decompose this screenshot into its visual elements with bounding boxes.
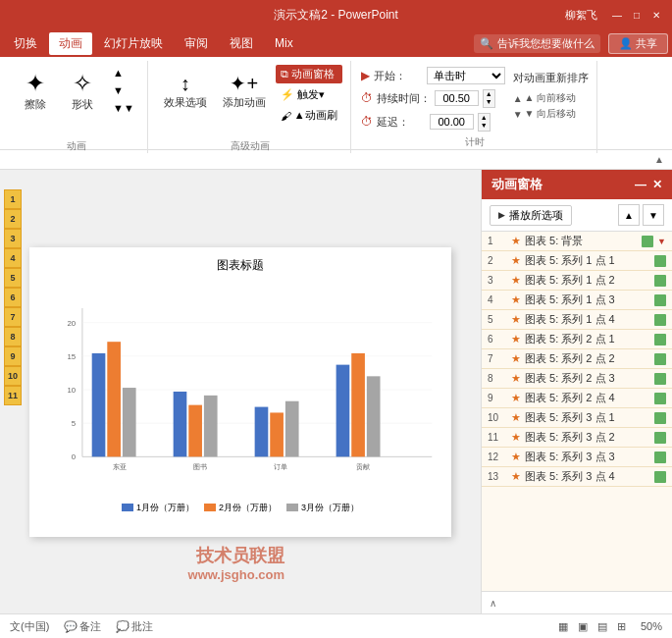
anim-panel-footer: ∧ [482,591,672,613]
expand-footer-button[interactable]: ∧ [490,598,496,609]
anim-item-num: 6 [488,334,507,345]
row-2[interactable]: 2 [4,209,22,229]
anim-item[interactable]: 8 ★ 图表 5: 系列 2 点 3 [482,369,672,389]
svg-text:20: 20 [67,318,76,327]
close-button[interactable]: ✕ [648,7,664,23]
svg-rect-24 [351,352,365,455]
duration-down[interactable]: ▼ [484,98,494,106]
comments-button[interactable]: 💭 批注 [116,619,153,634]
ribbon-collapse-button[interactable]: ▲ [654,154,664,165]
anim-item-label: 图表 5: 系列 2 点 2 [525,351,650,366]
anim-item-num: 3 [488,275,507,286]
row-3[interactable]: 3 [4,229,22,248]
row-1[interactable]: 1 [4,189,22,209]
anim-close-button[interactable]: ✕ [652,178,662,191]
duration-up[interactable]: ▲ [484,90,494,98]
share-button[interactable]: 👤 共享 [608,33,668,54]
scroll-up-button[interactable]: ▲ [108,65,139,80]
anim-item-num: 7 [488,353,507,364]
row-7[interactable]: 7 [4,307,22,327]
legend-label-1: 1月份（万册） [136,502,194,514]
delay-input[interactable] [430,114,474,130]
anim-item-indicator [654,334,666,346]
anim-item[interactable]: 7 ★ 图表 5: 系列 2 点 2 [482,349,672,369]
row-6[interactable]: 6 [4,288,22,307]
shape-button[interactable]: ✧ 形状 [61,61,104,122]
menu-item-shenyue[interactable]: 审阅 [175,32,218,55]
anim-play-bar: ▶ 播放所选项 ▲ ▼ [482,199,672,232]
effect-options-button[interactable]: ↕ 效果选项 [158,61,213,122]
view-slide-icon[interactable]: ▣ [578,620,588,633]
add-animation-button[interactable]: ✦+ 添加动画 [217,61,272,122]
anim-item-star-icon: ★ [511,313,521,326]
anim-item-label: 图表 5: 背景 [525,234,638,248]
effect-icon: ↕ [181,74,190,93]
start-select[interactable]: 单击时 [427,67,505,84]
anim-item[interactable]: 5 ★ 图表 5: 系列 1 点 4 [482,310,672,330]
svg-text:15: 15 [67,351,76,360]
anim-item[interactable]: 1 ★ 图表 5: 背景 ▼ [482,232,672,251]
scroll-expand-button[interactable]: ▼▼ [108,100,139,116]
move-earlier-button[interactable]: ▲ ▲ 向前移动 [513,91,589,105]
row-11[interactable]: 11 [4,386,22,405]
svg-rect-21 [285,400,299,456]
duration-input[interactable] [435,90,479,106]
advanced-col: ⧉ 动画窗格 ⚡ 触发▾ 🖌 ▲动画刷 [276,61,342,125]
anim-item[interactable]: 3 ★ 图表 5: 系列 1 点 2 [482,271,672,291]
anim-list[interactable]: 1 ★ 图表 5: 背景 ▼ 2 ★ 图表 5: 系列 1 点 1 3 ★ 图表… [482,232,672,591]
menu-item-qiehuan[interactable]: 切换 [4,32,47,55]
maximize-button[interactable]: □ [629,7,645,23]
anim-item[interactable]: 9 ★ 图表 5: 系列 2 点 4 [482,389,672,408]
timer-icon: ⏱ [361,91,373,105]
svg-rect-19 [255,406,269,456]
anim-pin-button[interactable]: — [635,178,646,191]
animation-brush-button[interactable]: 🖌 ▲动画刷 [276,106,342,125]
anim-item-star-icon: ★ [511,411,521,424]
anim-item[interactable]: 12 ★ 图表 5: 系列 3 点 3 [482,448,672,467]
row-4[interactable]: 4 [4,248,22,268]
notes-button[interactable]: 💬 备注 [64,619,101,634]
scroll-down-button[interactable]: ▼ [108,82,139,98]
order-down-button[interactable]: ▼ [643,204,664,226]
row-8[interactable]: 8 [4,327,22,346]
trigger-button[interactable]: ⚡ 触发▾ [276,85,342,104]
menu-item-fangying[interactable]: 幻灯片放映 [94,32,173,55]
legend-series2: 2月份（万册） [204,502,277,514]
reorder-label: 对动画重新排序 [513,71,589,85]
menu-item-shitu[interactable]: 视图 [220,32,263,55]
row-5[interactable]: 5 [4,268,22,288]
play-button[interactable]: ▶ 播放所选项 [490,205,572,226]
delay-up[interactable]: ▲ [479,114,490,122]
order-up-button[interactable]: ▲ [618,204,640,226]
animation-window-button[interactable]: ⧉ 动画窗格 [276,65,342,83]
view-normal-icon[interactable]: ▦ [558,620,568,633]
search-box[interactable]: 🔍 告诉我您想要做什么 [474,34,600,53]
move-later-button[interactable]: ▼ ▼ 向后移动 [513,107,589,121]
legend-label-2: 2月份（万册） [219,502,277,514]
anim-item[interactable]: 10 ★ 图表 5: 系列 3 点 1 [482,408,672,428]
menu-item-donghua[interactable]: 动画 [49,32,92,55]
anim-item-indicator [654,353,666,365]
chart-legend: 1月份（万册） 2月份（万册） 3月份（万册） [39,502,441,514]
minimize-button[interactable]: — [609,7,625,23]
eraser-button[interactable]: ✦ 擦除 [14,61,57,122]
delay-row: ⏱ 延迟： ▲ ▼ [361,113,505,132]
delay-spinner[interactable]: ▲ ▼ [478,113,491,132]
row-9[interactable]: 9 [4,346,22,366]
menu-item-mix[interactable]: Mix [265,33,303,53]
user-name: 柳絮飞 [565,8,597,23]
duration-spinner[interactable]: ▲ ▼ [483,89,495,108]
anim-item[interactable]: 6 ★ 图表 5: 系列 2 点 1 [482,330,672,349]
duration-label: 持续时间： [377,91,431,106]
anim-item[interactable]: 11 ★ 图表 5: 系列 3 点 2 [482,428,672,448]
row-10[interactable]: 10 [4,366,22,386]
person-icon: 👤 [619,37,633,50]
notes-label: 备注 [79,619,101,634]
anim-item[interactable]: 2 ★ 图表 5: 系列 1 点 1 [482,251,672,271]
view-reading-icon[interactable]: ▤ [597,620,607,633]
view-fullscreen-icon[interactable]: ⊞ [617,620,626,633]
anim-item[interactable]: 13 ★ 图表 5: 系列 3 点 4 [482,467,672,487]
anim-item[interactable]: 4 ★ 图表 5: 系列 1 点 3 [482,291,672,310]
down-arrow-icon: ▼ [513,109,523,120]
delay-down[interactable]: ▼ [479,122,490,130]
